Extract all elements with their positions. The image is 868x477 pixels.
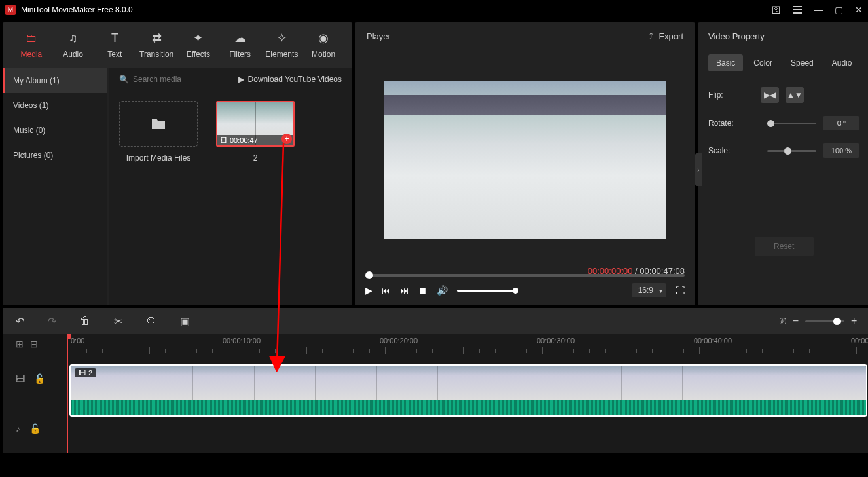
- menu-button[interactable]: [793, 6, 802, 14]
- youtube-icon: ▶: [238, 75, 244, 84]
- media-area: 🔍 ▶ Download YouTube Videos Import Media…: [109, 68, 352, 305]
- tab-motion[interactable]: ◉ Motion: [304, 28, 343, 63]
- flip-vertical-button[interactable]: ▲▼: [786, 87, 804, 103]
- zoom-out-button[interactable]: −: [793, 315, 799, 327]
- maximize-button[interactable]: ▢: [835, 5, 843, 15]
- player-panel: Player ⤴ Export 00:00:00:00 / 00:00:47:0…: [355, 22, 695, 305]
- motion-icon: ◉: [317, 31, 330, 45]
- search-input[interactable]: [133, 75, 211, 84]
- elements-icon: ✧: [275, 31, 288, 45]
- sidebar-item-pictures[interactable]: Pictures (0): [3, 143, 107, 168]
- download-youtube-link[interactable]: ▶ Download YouTube Videos: [238, 75, 342, 84]
- add-track-button[interactable]: ⊞: [16, 339, 24, 349]
- aspect-ratio-dropdown[interactable]: 16:9: [632, 283, 666, 297]
- effects-icon: ✦: [192, 31, 205, 45]
- tab-elements-label: Elements: [265, 50, 298, 59]
- search-icon: 🔍: [119, 75, 129, 84]
- sidebar-item-videos[interactable]: Videos (1): [3, 93, 107, 118]
- tab-effects-label: Effects: [187, 50, 210, 59]
- import-media-button[interactable]: [119, 101, 198, 147]
- scale-value: 100 %: [823, 143, 859, 158]
- speed-button[interactable]: ⏲: [146, 315, 156, 327]
- tab-elements[interactable]: ✧ Elements: [262, 28, 302, 63]
- filters-icon: ☁: [234, 31, 247, 45]
- tab-motion-label: Motion: [312, 50, 335, 59]
- timeline-ruler[interactable]: 0:0000:00:10:0000:00:20:0000:00:30:0000:…: [67, 334, 868, 360]
- playback-scrubber[interactable]: [365, 274, 685, 277]
- prop-tab-audio[interactable]: Audio: [824, 54, 860, 71]
- folder-icon: [151, 117, 166, 130]
- redo-button[interactable]: ↷: [48, 315, 56, 328]
- playhead[interactable]: [67, 334, 68, 453]
- minimize-button[interactable]: —: [814, 5, 823, 15]
- player-title: Player: [367, 31, 391, 41]
- delete-button[interactable]: 🗑: [80, 315, 90, 327]
- key-icon[interactable]: ⚿: [772, 5, 781, 15]
- category-tabs: 🗀 Media ♫ Audio T Text ⇄ Transition ✦ Ef…: [3, 22, 352, 68]
- clip-badge-label: 2: [88, 369, 92, 377]
- audio-track-icon: ♪: [16, 423, 20, 434]
- library-panel: 🗀 Media ♫ Audio T Text ⇄ Transition ✦ Ef…: [3, 22, 352, 305]
- media-clip-thumbnail[interactable]: 🎞 00:00:47 +: [216, 101, 295, 147]
- split-button[interactable]: ✂: [114, 315, 122, 328]
- zoom-slider[interactable]: [805, 320, 844, 322]
- prev-frame-button[interactable]: ⏮: [382, 285, 391, 296]
- export-button[interactable]: ⤴ Export: [649, 31, 683, 41]
- fullscreen-button[interactable]: ⛶: [676, 285, 685, 296]
- text-icon: T: [108, 31, 121, 45]
- close-button[interactable]: ✕: [855, 5, 863, 15]
- transition-icon: ⇄: [150, 31, 163, 45]
- video-preview: [384, 81, 666, 239]
- rotate-value: 0 °: [823, 116, 859, 130]
- tab-text-label: Text: [107, 50, 122, 59]
- tab-filters[interactable]: ☁ Filters: [221, 28, 260, 63]
- music-icon: ♫: [67, 31, 80, 45]
- library-sidebar: My Album (1) Videos (1) Music (0) Pictur…: [3, 68, 107, 305]
- reset-button[interactable]: Reset: [755, 237, 814, 256]
- scale-slider[interactable]: [767, 150, 816, 152]
- flip-horizontal-button[interactable]: ▶◀: [761, 87, 779, 103]
- panel-collapse-handle[interactable]: ›: [695, 153, 702, 186]
- export-label: Export: [659, 31, 683, 41]
- remove-track-button[interactable]: ⊟: [30, 339, 38, 349]
- property-title: Video Property: [708, 31, 859, 41]
- clip-name-label: 2: [253, 153, 258, 162]
- download-youtube-label: Download YouTube Videos: [248, 75, 342, 84]
- tab-transition[interactable]: ⇄ Transition: [137, 28, 176, 63]
- tab-text[interactable]: T Text: [96, 28, 135, 63]
- title-bar: M MiniTool MovieMaker Free 8.0.0 ⚿ — ▢ ✕: [0, 0, 868, 20]
- volume-slider[interactable]: [457, 290, 516, 292]
- rotate-slider[interactable]: [767, 123, 816, 124]
- next-frame-button[interactable]: ⏭: [400, 285, 409, 296]
- undo-button[interactable]: ↶: [16, 315, 24, 328]
- clip-duration: 00:00:47: [230, 136, 258, 144]
- tab-media[interactable]: 🗀 Media: [12, 28, 51, 63]
- tab-transition-label: Transition: [139, 50, 173, 59]
- add-clip-button[interactable]: +: [281, 134, 292, 144]
- lock-icon[interactable]: 🔓: [34, 373, 45, 384]
- film-icon: 🎞: [220, 136, 227, 144]
- zoom-in-button[interactable]: +: [851, 315, 857, 327]
- stop-button[interactable]: ⏹: [418, 285, 427, 296]
- tab-effects[interactable]: ✦ Effects: [179, 28, 218, 63]
- tab-audio-label: Audio: [63, 50, 83, 59]
- prop-tab-basic[interactable]: Basic: [708, 54, 743, 71]
- sidebar-item-music[interactable]: Music (0): [3, 118, 107, 143]
- volume-icon[interactable]: 🔊: [437, 285, 448, 296]
- sidebar-item-album[interactable]: My Album (1): [3, 68, 107, 93]
- lock-icon[interactable]: 🔓: [29, 423, 41, 434]
- play-button[interactable]: ▶: [365, 285, 372, 296]
- audio-waveform: [71, 400, 866, 415]
- tab-media-label: Media: [21, 50, 43, 59]
- fit-timeline-button[interactable]: ⎚: [780, 315, 786, 327]
- prop-tab-color[interactable]: Color: [746, 54, 780, 71]
- app-logo-icon: M: [5, 5, 16, 15]
- tab-audio[interactable]: ♫ Audio: [54, 28, 93, 63]
- crop-button[interactable]: ▣: [180, 315, 190, 328]
- audio-track[interactable]: [67, 421, 868, 453]
- video-track-clip[interactable]: 🎞2: [69, 364, 867, 417]
- prop-tab-speed[interactable]: Speed: [783, 54, 822, 71]
- scale-label: Scale:: [708, 146, 761, 155]
- rotate-label: Rotate:: [708, 119, 761, 128]
- timeline-panel: ↶ ↷ 🗑 ✂ ⏲ ▣ ⎚ − + ⊞ ⊟ 🎞 🔓: [3, 308, 868, 453]
